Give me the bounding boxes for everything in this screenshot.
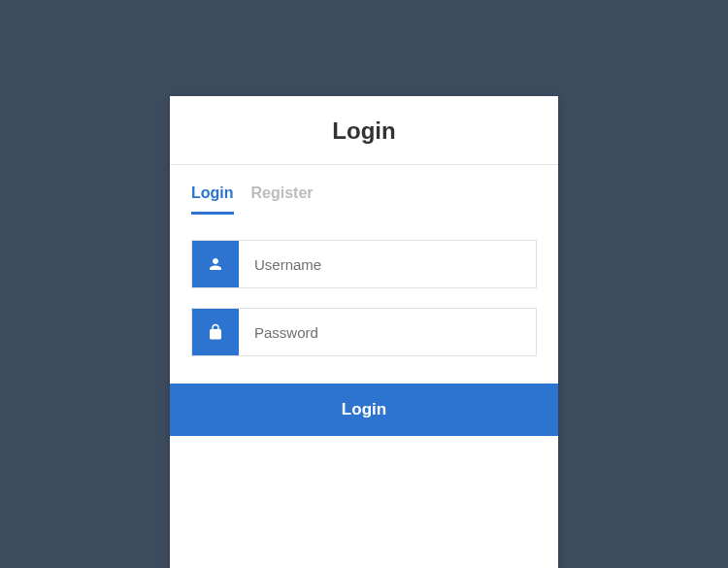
form-body <box>170 215 558 384</box>
tab-login[interactable]: Login <box>191 179 234 215</box>
user-icon <box>192 241 239 287</box>
username-input[interactable] <box>239 241 536 287</box>
tab-register[interactable]: Register <box>251 179 314 215</box>
login-button[interactable]: Login <box>170 384 558 436</box>
login-card: Login Login Register Login <box>170 96 558 568</box>
password-input-group <box>191 308 537 356</box>
card-header: Login <box>170 96 558 165</box>
auth-tabs: Login Register <box>170 165 558 215</box>
page-title: Login <box>189 117 539 145</box>
password-input[interactable] <box>239 309 536 355</box>
lock-icon <box>192 309 239 355</box>
username-input-group <box>191 240 537 288</box>
